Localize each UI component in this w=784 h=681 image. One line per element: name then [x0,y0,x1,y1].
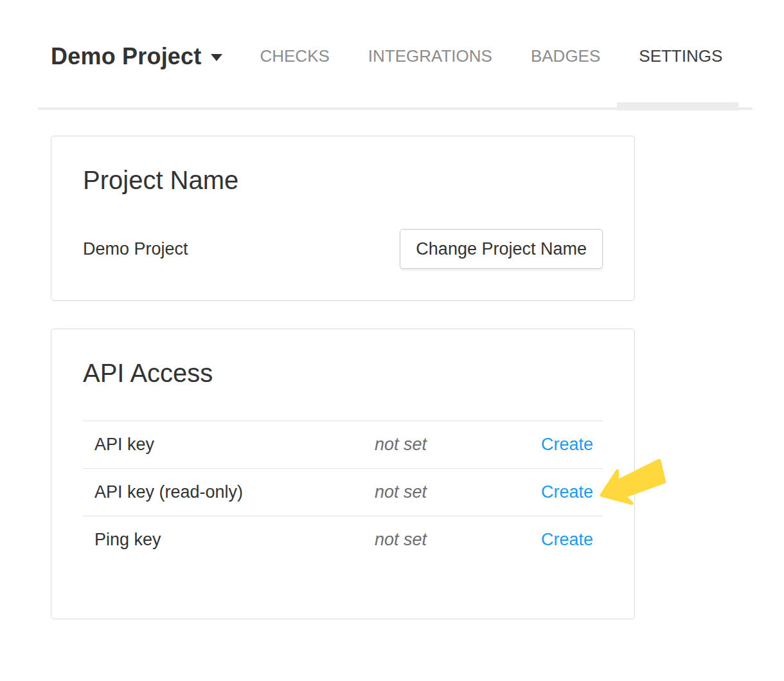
settings-page: Demo Project CHECKS INTEGRATIONS BADGES … [0,0,784,681]
ping-key-value: not set [375,530,529,550]
table-row-api-key-readonly: API key (read-only) not set Create [83,468,603,516]
tab-settings[interactable]: SETTINGS [619,46,742,66]
current-project-name: Demo Project [83,239,188,259]
project-name-row: Demo Project Change Project Name [83,229,603,269]
api-key-label: API key [83,435,375,455]
table-row-ping-key: Ping key not set Create [83,516,603,563]
api-key-readonly-label: API key (read-only) [83,482,375,502]
project-name-card-title: Project Name [83,165,603,195]
top-nav: Demo Project CHECKS INTEGRATIONS BADGES … [51,41,742,71]
change-project-name-button[interactable]: Change Project Name [400,229,603,269]
table-row-api-key: API key not set Create [83,421,603,468]
project-switcher-dropdown[interactable]: Demo Project [51,43,222,70]
api-keys-table: API key not set Create API key (read-onl… [83,421,603,563]
caret-down-icon [211,54,222,61]
tab-badges[interactable]: BADGES [512,46,619,66]
create-api-key-readonly-link[interactable]: Create [541,482,593,502]
tab-integrations[interactable]: INTEGRATIONS [349,46,512,66]
create-ping-key-link[interactable]: Create [541,530,593,549]
create-api-key-link[interactable]: Create [541,435,593,454]
active-tab-indicator [617,102,738,111]
api-access-card: API Access API key not set Create API ke… [51,329,635,619]
ping-key-label: Ping key [83,530,375,550]
nav-tabs: CHECKS INTEGRATIONS BADGES SETTINGS [240,46,742,66]
project-name-card: Project Name Demo Project Change Project… [51,136,635,301]
tab-checks[interactable]: CHECKS [240,46,348,66]
api-access-card-title: API Access [83,358,603,388]
api-key-value: not set [375,435,529,455]
project-title: Demo Project [51,43,201,70]
api-key-readonly-value: not set [375,482,529,502]
